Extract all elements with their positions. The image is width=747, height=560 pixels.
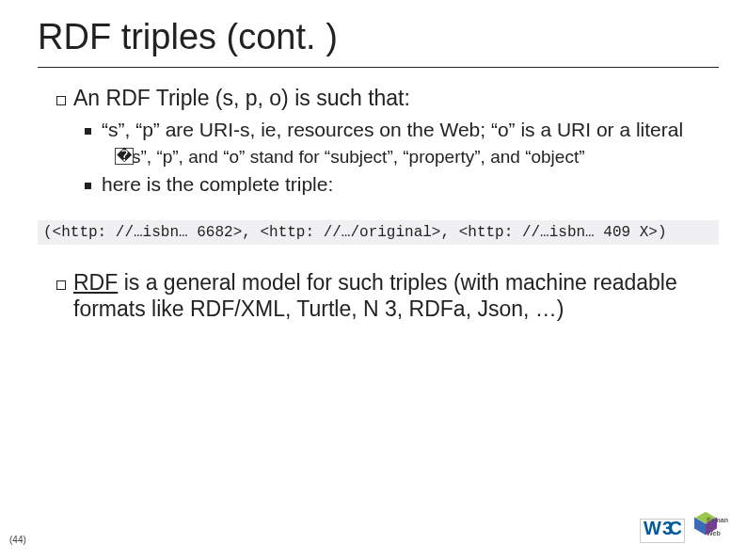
semantic-web-logo: Seman tic Web <box>691 513 726 549</box>
bullet-level-2: here is the complete triple: <box>56 170 709 199</box>
slide-title: RDF triples (cont. ) <box>0 0 747 67</box>
code-triple: (<http: //…isbn… 6682>, <http: //…/origi… <box>38 220 719 245</box>
bullet-text: here is the complete triple: <box>102 172 333 197</box>
bullet-level-1: An RDF Triple (s, p, o) is such that: <box>56 81 709 116</box>
replacement-char-icon: � <box>115 146 132 168</box>
slide-body-lower: RDF is a general model for such triples … <box>0 265 747 328</box>
filled-square-icon <box>85 172 102 197</box>
bullet-level-1: RDF is a general model for such triples … <box>56 265 709 328</box>
rdf-link[interactable]: RDF <box>73 270 118 295</box>
bullet-level-3: � s”, “p”, and “o” stand for “subject”, … <box>56 144 709 170</box>
bullet-text-rest: is a general model for such triples (wit… <box>73 270 677 322</box>
slide: RDF triples (cont. ) An RDF Triple (s, p… <box>0 0 747 560</box>
hollow-square-icon <box>56 86 73 113</box>
bullet-level-2: “s”, “p” are URI-s, ie, resources on the… <box>56 116 709 144</box>
footer-logos: W 3 C Seman tic Web <box>640 513 726 549</box>
bullet-text: “s”, “p” are URI-s, ie, resources on the… <box>102 118 683 142</box>
bullet-text: An RDF Triple (s, p, o) is such that: <box>73 85 410 112</box>
filled-square-icon <box>85 118 102 142</box>
w3c-c: C <box>669 518 682 539</box>
bullet-text: s”, “p”, and “o” stand for “subject”, “p… <box>132 146 585 168</box>
w3c-logo: W 3 C <box>640 519 685 543</box>
hollow-square-icon <box>56 270 73 325</box>
slide-number: (44) <box>9 535 26 545</box>
w3c-w: W <box>644 518 661 539</box>
semantic-web-text: Seman tic Web <box>707 517 728 536</box>
bullet-text: RDF is a general model for such triples … <box>73 269 709 324</box>
slide-body: An RDF Triple (s, p, o) is such that: “s… <box>0 68 747 200</box>
